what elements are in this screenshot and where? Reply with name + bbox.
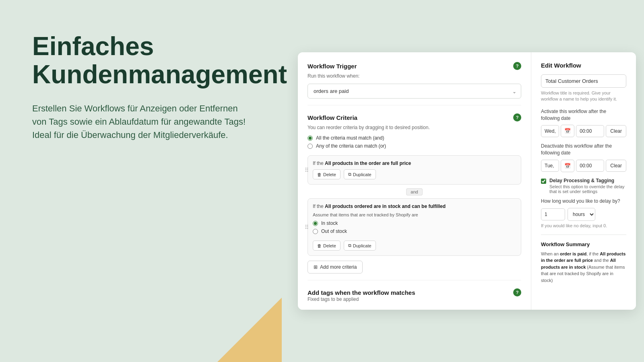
add-tags-section: Add tags when the workflow matches ? Fix… (308, 288, 521, 302)
summary-text: When an order is paid, if the All produc… (541, 251, 626, 284)
deactivate-date-row: 📅 Clear (541, 160, 626, 172)
delay-checkbox-label: Delay Processing & Tagging (549, 178, 626, 183)
deactivate-calendar-btn[interactable]: 📅 (561, 160, 574, 172)
divider-2 (308, 280, 521, 280)
fixed-tags-label: Fixed tags to be applied (308, 296, 521, 302)
criteria-subtitle: You can reorder criteria by dragging it … (308, 125, 521, 130)
radio-group: All the criteria must match (and) Any of… (308, 135, 521, 149)
add-tags-info-icon: ? (513, 288, 521, 296)
deactivate-clear-btn[interactable]: Clear (606, 160, 626, 172)
edit-divider (541, 234, 626, 235)
delete-icon-1: 🗑 (317, 172, 322, 177)
delete-btn-1[interactable]: 🗑 Delete (313, 169, 341, 179)
criteria-card-1: ⠿ If the All products in the order are f… (308, 155, 521, 185)
edit-panel: Edit Workflow Workflow title is required… (531, 52, 636, 310)
deactivate-label: Deactivate this workflow after the follo… (541, 143, 626, 156)
duplicate-btn-2[interactable]: ⧉ Duplicate (344, 241, 376, 251)
criteria-section: Workflow Criteria ? You can reorder crit… (308, 113, 521, 274)
deactivate-date-input[interactable] (541, 160, 559, 172)
activate-clear-btn[interactable]: Clear (606, 125, 626, 137)
in-stock-radio[interactable]: In stock (313, 220, 516, 226)
criteria-header: Workflow Criteria ? (308, 113, 521, 121)
out-of-stock-radio[interactable]: Out of stock (313, 228, 516, 234)
activate-label: Activate this workflow after the followi… (541, 108, 626, 122)
criteria-card-2: ⠿ If the All products ordered are in sto… (308, 198, 521, 256)
trigger-dropdown-wrapper[interactable]: orders are paid (308, 84, 521, 99)
criteria-card-2-title: If the All products ordered are in stock… (313, 204, 516, 209)
delay-row: hours (541, 208, 626, 221)
delete-icon-2: 🗑 (317, 243, 322, 248)
main-title: Einfaches Kundenmanagement (32, 32, 250, 89)
add-criteria-btn[interactable]: ⊞ Add more criteria (308, 261, 363, 274)
trigger-header: Workflow Trigger ? (308, 62, 521, 70)
summary-title: Workflow Summary (541, 241, 626, 247)
delay-checkbox-desc: Select this option to override the delay… (549, 184, 626, 194)
assume-section: Assume that items that are not tracked b… (313, 212, 516, 217)
activate-date-input[interactable] (541, 125, 559, 137)
delay-checkbox[interactable] (541, 179, 546, 184)
trigger-subtitle: Run this workflow when: (308, 73, 521, 79)
duplicate-icon-2: ⧉ (348, 243, 351, 248)
edit-panel-title: Edit Workflow (541, 62, 626, 69)
left-section: Einfaches Kundenmanagement Erstellen Sie… (0, 0, 282, 362)
add-tags-header: Add tags when the workflow matches ? (308, 288, 521, 296)
criteria-card-1-title: If the All products in the order are ful… (313, 160, 516, 166)
delay-hint: If you would like no delay, input 0. (541, 223, 626, 228)
right-section: Workflow Trigger ? Run this workflow whe… (290, 0, 644, 362)
trigger-select[interactable]: orders are paid (308, 84, 521, 99)
duplicate-icon-1: ⧉ (348, 172, 351, 177)
criteria-info-icon: ? (513, 113, 521, 121)
delay-value-input[interactable] (541, 208, 565, 220)
calendar-icon-deactivate: 📅 (564, 163, 571, 169)
activate-time-input[interactable] (576, 125, 604, 137)
triangle-decoration (217, 298, 282, 362)
radio-and[interactable]: All the criteria must match (and) (308, 135, 521, 141)
add-tags-title: Add tags when the workflow matches (308, 289, 415, 296)
workflow-name-input[interactable] (541, 74, 626, 88)
activate-calendar-btn[interactable]: 📅 (561, 125, 574, 137)
duplicate-btn-1[interactable]: ⧉ Duplicate (344, 169, 376, 179)
trigger-info-icon: ? (513, 62, 521, 70)
drag-handle-2[interactable]: ⠿ (305, 224, 309, 230)
subtitle-text: Erstellen Sie Workflows für Anzeigen ode… (32, 102, 250, 142)
activate-date-row: 📅 Clear (541, 125, 626, 137)
stock-radio-group: In stock Out of stock (313, 220, 516, 234)
divider-1 (308, 105, 521, 105)
add-criteria-icon: ⊞ (314, 264, 318, 270)
ui-container: Workflow Trigger ? Run this workflow whe… (298, 52, 636, 310)
trigger-title: Workflow Trigger (308, 63, 357, 70)
delete-btn-2[interactable]: 🗑 Delete (313, 241, 341, 251)
card-1-actions: 🗑 Delete ⧉ Duplicate (313, 169, 516, 179)
deactivate-time-input[interactable] (576, 160, 604, 172)
radio-or[interactable]: Any of the criteria can match (or) (308, 143, 521, 149)
workflow-panel: Workflow Trigger ? Run this workflow whe… (298, 52, 531, 310)
delay-checkbox-row: Delay Processing & Tagging Select this o… (541, 178, 626, 194)
delay-question: How long would you like to delay by? (541, 198, 626, 205)
card-2-actions: 🗑 Delete ⧉ Duplicate (313, 241, 516, 251)
workflow-name-hint: Workflow title is required. Give your wo… (541, 90, 626, 103)
delay-unit-select[interactable]: hours (568, 208, 595, 221)
calendar-icon-activate: 📅 (564, 128, 571, 134)
criteria-title: Workflow Criteria (308, 114, 357, 121)
and-badge: and (308, 188, 521, 195)
drag-handle-1[interactable]: ⠿ (305, 167, 309, 173)
